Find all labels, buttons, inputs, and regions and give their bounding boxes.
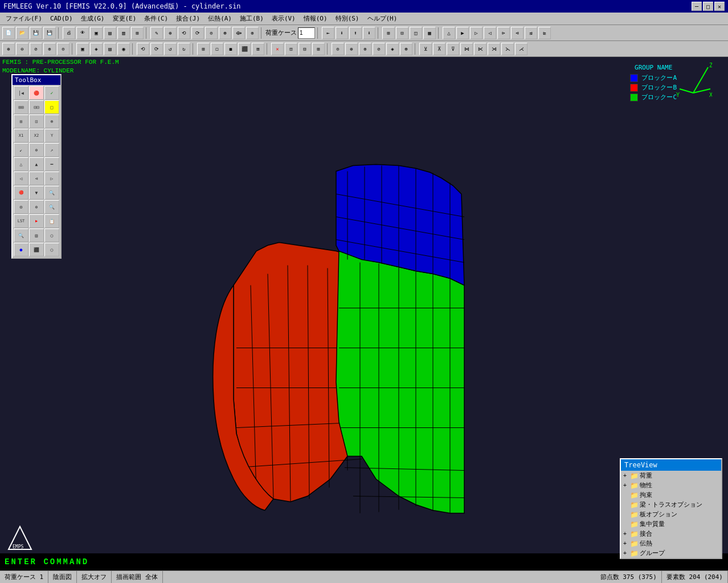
menu-help[interactable]: ヘルプ(H) <box>364 13 401 24</box>
tb2-d3[interactable]: ◼ <box>224 43 237 55</box>
minimize-button[interactable]: ─ <box>692 2 702 11</box>
status-draw-range[interactable]: 描画範囲 全体 <box>112 571 163 583</box>
tool-d2[interactable]: ⊟⊟ <box>29 100 44 114</box>
tb-f7[interactable]: ⊴ <box>525 27 537 39</box>
tool-b2[interactable]: 🔴 <box>29 86 44 100</box>
tool-j3[interactable]: 🔍 <box>44 186 59 199</box>
tb2-f5[interactable]: ◈ <box>386 43 399 55</box>
menu-cad[interactable]: CAD(D) <box>47 14 76 23</box>
tree-item-mass[interactable]: 📁 集中質量 <box>621 519 721 529</box>
tb-b3[interactable]: ▥ <box>117 27 130 39</box>
tb-new[interactable]: 📄 <box>2 27 15 39</box>
tb2-g8[interactable]: ⋌ <box>515 43 527 55</box>
tb2-f1[interactable]: ⊙ <box>332 43 344 55</box>
tb-e3[interactable]: ◫ <box>410 27 422 39</box>
tb2-f4[interactable]: ⊘ <box>373 43 385 55</box>
tb2-e1[interactable]: ✕ <box>271 43 284 55</box>
tb2-c4[interactable]: ↻ <box>178 43 190 55</box>
tb-f3[interactable]: ▷ <box>470 27 482 39</box>
tree-item-beam[interactable]: 📁 梁・トラスオプション <box>621 500 721 509</box>
tool-i3[interactable]: ▷ <box>44 172 59 185</box>
tb2-a3[interactable]: ⊘ <box>30 43 42 55</box>
tb2-g6[interactable]: ⋊ <box>488 43 500 55</box>
tb-print[interactable]: 🖨 <box>63 27 75 39</box>
tool-n2[interactable]: ⬛ <box>29 243 44 256</box>
tb-c5[interactable]: ⊙ <box>205 27 218 39</box>
menu-heat[interactable]: 伝熱(A) <box>205 13 235 24</box>
tree-item-joint[interactable]: + 📁 接合 <box>621 529 721 539</box>
tb2-b4[interactable]: ◉ <box>117 43 130 55</box>
menu-join[interactable]: 接合(J) <box>173 13 203 24</box>
tb2-g7[interactable]: ⋋ <box>501 43 514 55</box>
status-load-case[interactable]: 荷重ケース 1 <box>0 571 48 583</box>
tool-m1[interactable]: 🔍 <box>14 229 28 242</box>
menu-file[interactable]: ファイル(F) <box>2 13 46 24</box>
tb2-g1[interactable]: ⊻ <box>419 43 432 55</box>
tool-g3[interactable]: ↗ <box>44 143 59 157</box>
tool-f2[interactable]: X2 <box>29 129 44 142</box>
tb2-f2[interactable]: ⊕ <box>345 43 358 55</box>
tool-m3[interactable]: ○ <box>44 229 59 242</box>
tool-f1[interactable]: X1 <box>14 129 28 142</box>
tb-b4[interactable]: ⊞ <box>131 27 144 39</box>
maximize-button[interactable]: □ <box>703 2 713 11</box>
tool-l1[interactable]: LST <box>14 214 28 228</box>
tool-f3[interactable]: Y <box>44 129 59 142</box>
tool-n1[interactable]: ● <box>14 243 28 256</box>
tb2-b1[interactable]: ▣ <box>76 43 89 55</box>
tb-f6[interactable]: ⊲ <box>511 27 523 39</box>
tool-e2[interactable]: ⊡ <box>29 115 44 128</box>
tb-c2[interactable]: ⊕ <box>164 27 177 39</box>
tb2-b2[interactable]: ◈ <box>90 43 103 55</box>
tb-save2[interactable]: 💾 <box>43 27 56 39</box>
tree-item-group[interactable]: + 📁 グループ <box>621 548 721 558</box>
tool-k2[interactable]: ⊕ <box>29 200 44 214</box>
menu-construct[interactable]: 施工(B) <box>236 13 267 24</box>
tb-c6[interactable]: ⊛ <box>219 27 231 39</box>
tb2-f3[interactable]: ⊗ <box>359 43 371 55</box>
tool-i1[interactable]: ◁ <box>14 172 28 185</box>
tree-item-load[interactable]: + 📁 荷重 <box>621 471 721 480</box>
tool-first[interactable]: |◀ <box>14 86 28 100</box>
tb-f2[interactable]: ▶ <box>456 27 469 39</box>
tree-item-heat[interactable]: + 📁 伝熱 <box>621 539 721 548</box>
tb2-g3[interactable]: ⊽ <box>447 43 459 55</box>
tree-item-constraint[interactable]: 📁 拘束 <box>621 490 721 500</box>
tb-f8[interactable]: ⊵ <box>538 27 551 39</box>
tb2-a1[interactable]: ⊕ <box>2 43 15 55</box>
tb-e4[interactable]: ▦ <box>423 27 436 39</box>
tool-e1[interactable]: ⊞ <box>14 115 28 128</box>
tb-c4[interactable]: ⟳ <box>191 27 204 39</box>
tb-e1[interactable]: ⊞ <box>382 27 395 39</box>
tool-j1[interactable]: 🔴 <box>14 186 28 199</box>
tb-e2[interactable]: ⊟ <box>396 27 408 39</box>
tool-h2[interactable]: ▲ <box>29 157 44 171</box>
tool-check[interactable]: ✓ <box>44 86 59 100</box>
tb-preview[interactable]: 👁 <box>76 27 89 39</box>
tool-j2[interactable]: ▼ <box>29 186 44 199</box>
menu-change[interactable]: 変更(E) <box>109 13 140 24</box>
tb-b1[interactable]: ▣ <box>90 27 103 39</box>
tool-l3[interactable]: 📋 <box>44 214 59 228</box>
tb-c7[interactable]: ⟴ <box>232 27 245 39</box>
command-text[interactable]: ENTER COMMAND <box>5 557 89 566</box>
tool-g2[interactable]: ⊕ <box>29 143 44 157</box>
tb-f1[interactable]: △ <box>443 27 455 39</box>
menu-view[interactable]: 表示(V) <box>268 13 299 24</box>
tb-c8[interactable]: ⊗ <box>246 27 259 39</box>
tb2-d2[interactable]: ◻ <box>211 43 223 55</box>
tool-d3[interactable]: □ <box>44 100 59 114</box>
tool-h1[interactable]: △ <box>14 157 28 171</box>
tool-k1[interactable]: ⚙ <box>14 200 28 214</box>
menu-special[interactable]: 特別(S) <box>332 13 363 24</box>
status-zoom[interactable]: 拡大オフ <box>77 571 112 583</box>
tb2-d5[interactable]: ⊠ <box>252 43 264 55</box>
tb-f5[interactable]: ⊳ <box>497 27 510 39</box>
tb2-c3[interactable]: ↺ <box>164 43 177 55</box>
close-button[interactable]: ✕ <box>714 2 725 11</box>
tb2-g2[interactable]: ⊼ <box>433 43 445 55</box>
tb2-f6[interactable]: ⊛ <box>400 43 412 55</box>
menu-generate[interactable]: 生成(G) <box>77 13 108 24</box>
tb2-e2[interactable]: ⊡ <box>285 43 297 55</box>
tb-d3[interactable]: ⬆ <box>349 27 362 39</box>
